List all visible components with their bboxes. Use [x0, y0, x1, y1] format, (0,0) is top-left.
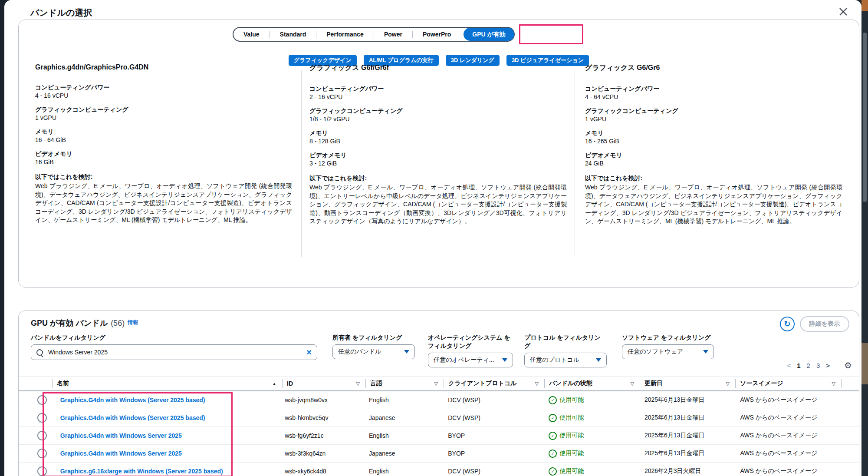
column-header-updated[interactable]: 更新日▽ [640, 377, 736, 390]
spec-label: コンピューティングパワー [35, 83, 292, 92]
spec-value: 4 - 16 vCPU [35, 92, 292, 100]
filter-funnel-icon[interactable]: ▽ [631, 381, 634, 387]
bundle-name-link[interactable]: Graphics.g6.16xlarge with Windows (Serve… [56, 468, 280, 475]
cell-language: English [365, 468, 444, 475]
row-radio-button[interactable] [37, 413, 47, 423]
filter-dropdown[interactable]: 任意のバンドル [332, 344, 415, 359]
dropdown-selected-value: 任意のバンドル [338, 348, 381, 356]
pagination-divider [837, 360, 837, 371]
row-select-cell [31, 413, 56, 423]
cell-source: AWS からのベースイメージ [736, 414, 842, 422]
info-link[interactable]: 情報 [128, 319, 138, 326]
table-row: Graphics.G4dn with Windows Server 2025ws… [19, 427, 859, 445]
consider-text: Web ブラウジング、E メール、ワープロ、オーディオ処理、ソフトウェア開発 (… [585, 183, 842, 226]
filter-funnel-icon[interactable]: ▽ [535, 381, 539, 387]
backdrop-page-fragment-mid [861, 343, 868, 384]
page-number-1[interactable]: 1 [797, 362, 800, 369]
tab-standard[interactable]: Standard [270, 28, 316, 41]
table-row: Graphics.G4dn with Windows (Server 2025 … [19, 391, 859, 409]
show-details-button[interactable]: 詳細を表示 [800, 316, 849, 332]
dropdown-selected-value: 任意のプロトコル [530, 356, 579, 364]
bundle-name-link[interactable]: Graphics.G4dn with Windows Server 2025 [56, 432, 280, 439]
check-circle-icon: ✓ [549, 467, 557, 476]
spec-label: メモリ [585, 129, 842, 137]
row-radio-button[interactable] [37, 431, 47, 440]
tab-powerpro[interactable]: PowerPro [413, 28, 461, 41]
spec-value: 4 - 64 vCPU [585, 93, 842, 101]
list-section-header: GPU が有効 バンドル (56) 情報 [31, 318, 138, 328]
status-text: 使用可能 [559, 467, 584, 475]
status-text: 使用可能 [559, 396, 584, 404]
column-header-label: ID [283, 380, 293, 387]
spec-label: メモリ [35, 128, 292, 136]
tab-power[interactable]: Power [374, 28, 412, 41]
dropdown-selected-value: 任意のソフトウェア [628, 348, 683, 356]
close-icon[interactable] [837, 5, 850, 18]
column-header-language[interactable]: 言語▽ [366, 377, 444, 390]
filter-label: プロトコル をフィルタリング [524, 334, 607, 350]
tab-gpu-enabled-selected[interactable]: GPU が有効 [464, 28, 514, 41]
filter-funnel-icon[interactable]: ▽ [434, 381, 438, 387]
refresh-button[interactable]: ↻ [780, 317, 795, 331]
column-header-state[interactable]: バンドルの状態▽ [545, 377, 640, 390]
cell-updated: 2026年2月3日火曜日 [640, 467, 736, 475]
tab-performance[interactable]: Performance [316, 28, 374, 41]
check-circle-icon: ✓ [549, 414, 557, 422]
clear-search-icon[interactable]: × [306, 348, 312, 357]
column-header-source[interactable]: ソースイメージ▽ [736, 377, 842, 390]
search-icon [36, 349, 43, 356]
gear-icon[interactable]: ⚙ [844, 361, 852, 370]
sort-ascending-icon[interactable]: ▲ [272, 381, 276, 386]
column-header-id[interactable]: ID▽ [283, 377, 366, 390]
bundle-name-link[interactable]: Graphics.G4dn with Windows Server 2025 [56, 450, 280, 457]
filter-funnel-icon[interactable]: ▽ [832, 381, 835, 387]
row-radio-button[interactable] [37, 449, 47, 458]
row-radio-button[interactable] [37, 466, 47, 476]
spec-value: 3 - 12 GiB [309, 159, 567, 168]
list-count: (56) [111, 319, 125, 328]
filter-dropdown[interactable]: 任意のプロトコル [524, 353, 607, 367]
bundle-spec: コンピューティングパワー4 - 16 vCPU [35, 83, 292, 100]
cell-id: wsb-3f3kq64zn [280, 450, 365, 457]
check-circle-icon: ✓ [549, 396, 557, 404]
cell-protocol: BYOP [444, 450, 544, 457]
filter-dropdown[interactable]: 任意のソフトウェア [622, 344, 714, 359]
filter-label: ソフトウェア をフィルタリング [622, 334, 714, 342]
cell-source: AWS からのベースイメージ [736, 396, 842, 404]
next-page-icon[interactable]: > [826, 362, 830, 369]
page-scrollbar-thumb[interactable] [863, 33, 867, 202]
page-number-3[interactable]: 3 [816, 362, 820, 369]
spec-label: コンピューティングパワー [309, 85, 567, 93]
chevron-down-icon [502, 358, 507, 362]
filter-funnel-icon[interactable]: ▽ [726, 381, 730, 387]
bundle-name-link[interactable]: Graphics.G4dn with Windows (Server 2025 … [56, 397, 280, 403]
consider-label: 以下ではこれを検討: [309, 174, 567, 182]
bundle-spec: コンピューティングパワー4 - 64 vCPU [585, 85, 842, 101]
cell-protocol: DCV (WSP) [444, 397, 544, 403]
table-header-row: 名前▲ID▽言語▽クライアントプロトコル▽バンドルの状態▽更新日▽ソースイメージ… [19, 376, 859, 391]
column-header-name[interactable]: 名前▲ [53, 377, 283, 390]
cell-language: Japanese [365, 414, 444, 421]
row-radio-button[interactable] [37, 395, 47, 405]
bundle-spec: メモリ16 - 265 GiB [585, 129, 842, 145]
page-number-2[interactable]: 2 [807, 362, 810, 369]
cell-protocol: DCV (WSP) [444, 468, 544, 475]
tab-value[interactable]: Value [233, 28, 270, 41]
filter-dropdown[interactable]: 任意のオペレーティ... [428, 353, 513, 367]
cell-protocol: DCV (WSP) [444, 414, 544, 421]
column-header-protocol[interactable]: クライアントプロトコル▽ [444, 377, 545, 390]
bundle-family-name: Graphics.g4dn/GraphicsPro.G4DN [35, 63, 292, 71]
filter-funnel-icon[interactable]: ▽ [356, 381, 360, 387]
previous-page-icon[interactable]: < [787, 362, 791, 369]
status-text: 使用可能 [559, 432, 584, 440]
spec-label: グラフィックコンピューティング [585, 107, 842, 115]
chevron-down-icon [596, 358, 601, 362]
cell-language: English [365, 397, 444, 403]
search-input[interactable] [47, 348, 306, 356]
filter-dropdown-group: 所有者 をフィルタリング任意のバンドル [332, 334, 415, 359]
row-select-cell [31, 431, 56, 440]
spec-label: メモリ [309, 129, 567, 137]
bundle-state-cell: ✓使用可能 [544, 467, 640, 476]
cell-language: English [365, 432, 444, 439]
bundle-name-link[interactable]: Graphics.G4dn with Windows (Server 2025 … [56, 414, 280, 421]
